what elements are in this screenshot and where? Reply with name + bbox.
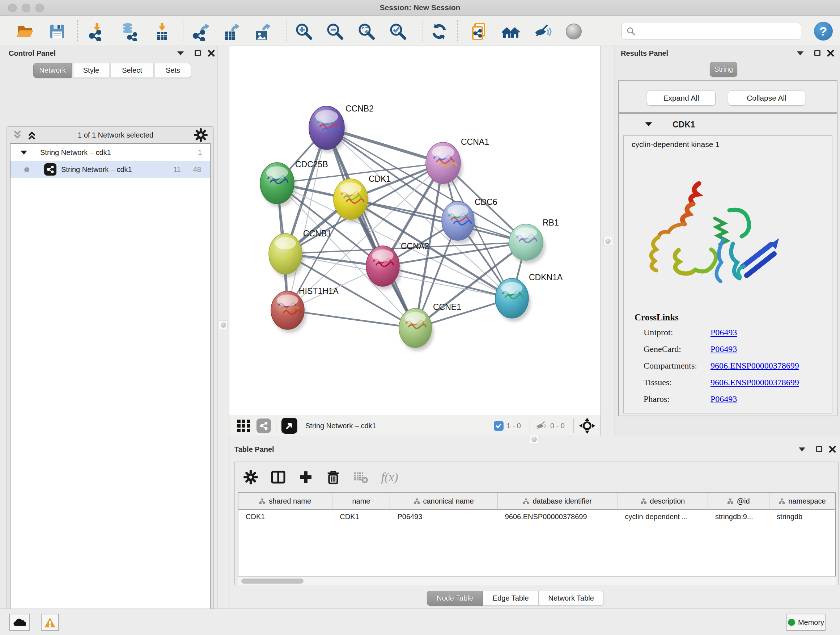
tab-select[interactable]: Select xyxy=(111,63,153,78)
tab-network[interactable]: Network xyxy=(33,63,72,78)
right-splitter[interactable] xyxy=(600,46,615,435)
tissues-link[interactable]: 9606.ENSP00000378699 xyxy=(711,378,799,387)
table-row[interactable]: CDK1 CDK1 P06493 9606.ENSP00000378699 cy… xyxy=(238,510,835,525)
panel-menu-caret-icon[interactable] xyxy=(177,51,184,55)
column-header-database-identifier[interactable]: database identifier xyxy=(498,493,618,509)
options-gear-icon[interactable] xyxy=(194,128,208,142)
section-expand-icon[interactable] xyxy=(645,122,652,126)
node-CDKN1A[interactable]: CDKN1A xyxy=(495,272,563,321)
cell-database-identifier[interactable]: 9606.ENSP00000378699 xyxy=(498,510,618,525)
table-settings-gear-icon[interactable] xyxy=(241,468,260,486)
cell-description[interactable]: cyclin-dependent ... xyxy=(618,510,708,525)
panel-float-icon[interactable] xyxy=(814,50,821,56)
add-column-icon[interactable] xyxy=(296,468,315,486)
search-input[interactable] xyxy=(622,23,801,40)
horizontal-splitter-handle[interactable] xyxy=(530,435,538,443)
cloud-status-button[interactable] xyxy=(9,614,30,631)
home-houses-icon[interactable] xyxy=(501,22,521,41)
tab-edge-table[interactable]: Edge Table xyxy=(483,591,538,606)
panel-close-icon[interactable] xyxy=(827,50,834,57)
gene-section-header[interactable]: CDK1 xyxy=(619,114,837,135)
refresh-network-icon[interactable] xyxy=(429,22,449,41)
collection-expand-icon[interactable] xyxy=(21,150,27,155)
import-network-icon[interactable] xyxy=(87,22,107,41)
node-CCNA1[interactable]: CCNA1 xyxy=(426,137,489,187)
compartments-link[interactable]: 9606.ENSP00000378699 xyxy=(711,361,799,371)
panel-menu-caret-icon[interactable] xyxy=(799,448,805,451)
delete-table-icon[interactable] xyxy=(351,468,370,486)
left-splitter[interactable] xyxy=(217,46,229,608)
show-columns-icon[interactable] xyxy=(269,468,287,486)
column-header-namespace[interactable]: namespace xyxy=(769,493,835,509)
panel-float-icon[interactable] xyxy=(816,446,822,452)
export-network-icon[interactable] xyxy=(192,22,211,41)
cell-id[interactable]: stringdb:9... xyxy=(708,510,769,525)
cell-namespace[interactable]: stringdb xyxy=(769,510,835,525)
scrollbar-thumb[interactable] xyxy=(241,578,303,584)
tab-string[interactable]: String xyxy=(710,62,737,77)
expand-all-chevron-icon[interactable] xyxy=(27,130,37,141)
zoom-selected-icon[interactable] xyxy=(388,22,408,41)
function-builder-icon[interactable]: f(x) xyxy=(380,468,399,486)
delete-column-trash-icon[interactable] xyxy=(324,468,343,486)
column-header-description[interactable]: description xyxy=(618,493,708,509)
fit-content-crosshair-icon[interactable] xyxy=(579,417,595,434)
node-CCNB2[interactable]: CCNB2 xyxy=(309,104,374,153)
string-network-graph[interactable]: CCNB2CCNA1CDC25BCDK1CDC6RB1CCNB1CCNA2CDK… xyxy=(229,46,600,416)
node-CCNB1[interactable]: CCNB1 xyxy=(269,229,332,277)
node-RB1[interactable]: RB1 xyxy=(509,218,559,264)
selected-nodes-checkbox[interactable] xyxy=(494,421,504,431)
tab-style[interactable]: Style xyxy=(73,63,109,78)
node-CDC25B[interactable]: CDC25B xyxy=(260,160,328,207)
import-table-icon[interactable] xyxy=(152,22,172,41)
show-all-icon[interactable] xyxy=(564,22,584,41)
network-row[interactable]: String Network – cdk1 11 48 xyxy=(11,161,210,178)
column-header-name[interactable]: name xyxy=(332,493,390,509)
tab-node-table[interactable]: Node Table xyxy=(427,591,483,606)
help-button[interactable]: ? xyxy=(814,22,833,41)
memory-button[interactable]: Memory xyxy=(786,614,826,631)
node-HIST1H1A[interactable]: HIST1H1A xyxy=(271,287,339,333)
column-header-id[interactable]: @id xyxy=(708,493,769,509)
table-horizontal-scrollbar[interactable] xyxy=(238,576,836,585)
duplicate-network-icon[interactable] xyxy=(470,22,489,41)
right-splitter-handle[interactable] xyxy=(603,237,612,245)
panel-float-icon[interactable] xyxy=(195,50,201,56)
zoom-fit-icon[interactable] xyxy=(357,22,376,41)
warning-status-button[interactable] xyxy=(41,614,59,631)
tab-sets[interactable]: Sets xyxy=(155,63,191,78)
panel-menu-caret-icon[interactable] xyxy=(797,51,804,55)
hide-selected-eye-icon[interactable] xyxy=(532,22,552,41)
collapse-all-button[interactable]: Collapse All xyxy=(728,90,805,106)
column-header-canonical-name[interactable]: canonical name xyxy=(390,493,497,509)
cell-shared-name[interactable]: CDK1 xyxy=(238,510,332,525)
import-network-from-database-icon[interactable] xyxy=(119,22,139,41)
open-session-icon[interactable] xyxy=(15,22,34,41)
birdseye-view-icon[interactable] xyxy=(281,418,297,434)
expand-all-button[interactable]: Expand All xyxy=(647,90,715,106)
tab-network-table[interactable]: Network Table xyxy=(538,591,604,606)
left-splitter-handle[interactable] xyxy=(219,320,227,329)
save-session-icon[interactable] xyxy=(47,22,67,41)
zoom-in-icon[interactable] xyxy=(294,22,314,41)
network-collection-row[interactable]: String Network – cdk1 1 xyxy=(11,144,210,161)
cell-name[interactable]: CDK1 xyxy=(332,510,390,525)
cell-canonical-name[interactable]: P06493 xyxy=(390,510,497,525)
toolbar-divider xyxy=(183,20,183,42)
horizontal-splitter[interactable] xyxy=(229,435,840,443)
column-header-shared-name[interactable]: shared name xyxy=(238,493,332,509)
uniprot-link[interactable]: P06493 xyxy=(711,328,737,337)
export-image-icon[interactable] xyxy=(253,22,272,41)
collapse-all-chevron-icon[interactable] xyxy=(12,130,23,141)
pharos-link[interactable]: P06493 xyxy=(711,394,737,404)
grid-view-icon[interactable] xyxy=(237,420,250,432)
genecard-link[interactable]: P06493 xyxy=(711,344,737,354)
network-view-share-icon[interactable] xyxy=(256,418,271,433)
export-table-icon[interactable] xyxy=(222,22,241,41)
zoom-out-icon[interactable] xyxy=(325,22,345,41)
panel-close-icon[interactable] xyxy=(829,446,836,453)
panel-close-icon[interactable] xyxy=(208,50,215,57)
hidden-eye-icon[interactable] xyxy=(535,420,547,431)
network-canvas[interactable]: CCNB2CCNA1CDC25BCDK1CDC6RB1CCNB1CCNA2CDK… xyxy=(229,46,600,416)
node-CCNE1[interactable]: CCNE1 xyxy=(399,302,461,351)
